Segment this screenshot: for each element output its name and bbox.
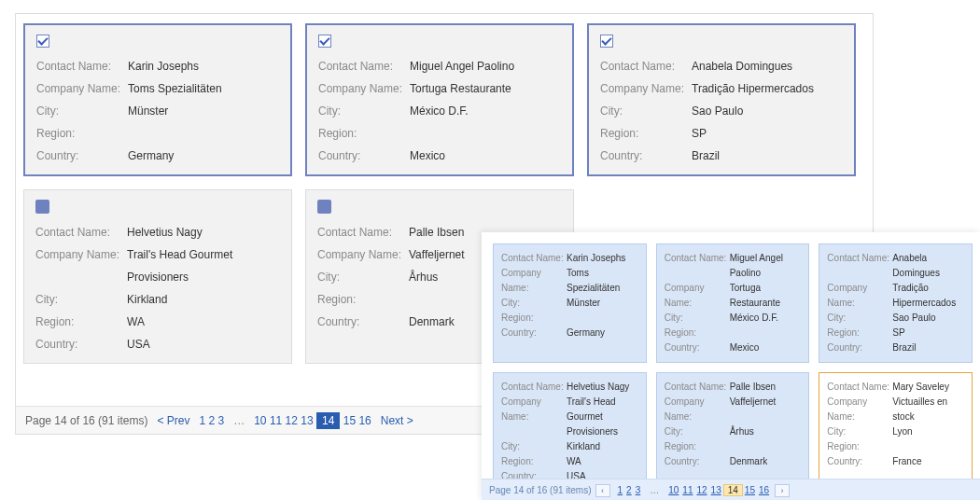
card-row: Contact Name:Helvetius NagyCompany Name:… [493,372,973,492]
field-row-region: Region: [665,326,802,340]
field-label: City: [501,296,567,311]
contact-card[interactable]: Contact Name:Anabela DominguesCompany Na… [819,243,973,363]
contact-card[interactable]: Contact Name:Helvetius NagyCompany Name:… [493,372,647,492]
field-label: Region: [317,288,409,311]
pager-page-15[interactable]: 15 [743,485,757,495]
field-value: Anabela Domingues [692,55,843,77]
field-label: Contact Name: [501,251,567,266]
pager-prev-icon[interactable]: ‹ [595,484,610,497]
field-label: Company Name: [600,77,692,100]
contact-card[interactable]: Contact Name:Miguel Angel PaolinoCompany… [656,243,810,363]
pager-ellipsis: … [648,485,661,495]
pager-page-14[interactable]: 14 [723,484,743,496]
field-label: Company Name: [665,395,730,424]
field-row-company: Company Name:Toms Spezialitäten [501,266,638,296]
field-label: Region: [827,326,892,340]
field-label: Contact Name: [36,55,128,77]
pager-prev[interactable]: < Prev [157,414,189,427]
field-value: WA [127,311,280,333]
field-row-company: Company Name:Toms Spezialitäten [36,77,279,100]
field-label: Contact Name: [665,251,730,266]
contact-card[interactable]: Contact Name:Helvetius NagyCompany Name:… [23,189,292,364]
cardview-panel-small: Contact Name:Karin JosephsCompany Name:T… [482,232,980,500]
pager-page-1[interactable]: 1 [199,414,205,427]
contact-card[interactable]: Contact Name:Mary SaveleyCompany Name:Vi… [819,372,973,492]
pager-page-10[interactable]: 10 [666,485,680,495]
field-row-contact: Contact Name:Karin Josephs [36,55,279,77]
card-checkbox[interactable] [35,200,49,214]
field-row-company: Company Name:Trail's Head Gourmet Provis… [501,395,638,439]
field-label: Region: [665,439,730,454]
cards-container: Contact Name:Karin JosephsCompany Name:T… [482,232,980,500]
pager-page-14[interactable]: 14 [316,412,340,429]
field-value: Tradição Hipermercados [692,77,843,100]
pager-page-12[interactable]: 12 [286,414,298,427]
field-label: Country: [600,145,692,167]
card-checkbox[interactable] [318,35,331,48]
field-value: Germany [567,326,638,340]
field-label: Country: [665,340,730,355]
pager-page-13[interactable]: 13 [709,485,723,495]
pager-next[interactable]: Next > [381,414,413,427]
field-label: Contact Name: [317,221,409,243]
field-label: Region: [318,122,410,145]
field-value: Münster [128,100,279,122]
contact-card[interactable]: Contact Name:Miguel Angel PaolinoCompany… [305,23,574,176]
pager-page-3[interactable]: 3 [218,414,225,427]
field-row-country: Country:France [827,454,964,469]
field-value: Mexico [410,145,561,167]
field-label: Contact Name: [665,380,730,395]
pager-next-icon[interactable]: › [775,484,790,497]
field-value: Mexico [730,340,802,355]
pager-bar: Page 14 of 16 (91 items) ‹ 123 … 1011121… [482,479,980,500]
card-checkbox[interactable] [600,35,613,48]
field-value: Kirkland [567,439,638,454]
field-label: Region: [600,122,692,145]
pager-page-1[interactable]: 1 [616,485,625,495]
field-label: Country: [665,454,730,469]
field-row-region: Region: [318,122,561,145]
pager-page-16[interactable]: 16 [358,414,371,427]
field-label: Company Name: [36,77,128,100]
field-label: Region: [35,311,127,333]
field-value: Lyon [892,424,964,439]
field-label: City: [317,266,409,288]
field-row-country: Country:Germany [501,326,638,340]
field-value: Mary Saveley [892,380,964,395]
field-label: Contact Name: [501,380,567,395]
pager-page-13[interactable]: 13 [301,414,313,427]
field-row-contact: Contact Name:Miguel Angel Paolino [665,251,802,281]
field-value: Toms Spezialitäten [567,266,638,296]
contact-card[interactable]: Contact Name:Karin JosephsCompany Name:T… [23,23,292,176]
pager-page-2[interactable]: 2 [624,485,634,495]
field-value: Denmark [730,454,802,469]
field-value: Brazil [892,340,964,355]
pager-page-3[interactable]: 3 [634,485,643,495]
card-checkbox[interactable] [36,35,49,48]
pager-page-11[interactable]: 11 [680,485,694,495]
field-row-region: Region:SP [600,122,843,145]
contact-card[interactable]: Contact Name:Karin JosephsCompany Name:T… [493,243,647,363]
contact-card[interactable]: Contact Name:Anabela DominguesCompany Na… [587,23,856,176]
card-checkbox[interactable] [317,200,331,214]
pager-page-16[interactable]: 16 [757,485,771,495]
pager-page-10[interactable]: 10 [254,414,266,427]
field-value: México D.F. [410,100,561,122]
field-row-contact: Contact Name:Anabela Domingues [600,55,843,77]
field-value: USA [127,333,280,355]
field-row-city: City:Sao Paulo [827,311,964,326]
pager-page-11[interactable]: 11 [270,414,282,427]
field-row-country: Country:Mexico [318,145,561,167]
field-row-region: Region: [665,439,802,454]
field-row-company: Company Name:Tradição Hipermercados [827,281,964,311]
field-row-city: City:Münster [501,296,638,311]
field-label: Company Name: [35,243,127,266]
field-value: Toms Spezialitäten [128,77,279,100]
pager-page-12[interactable]: 12 [694,485,708,495]
field-row-contact: Contact Name:Anabela Domingues [827,251,964,281]
pager-page-2[interactable]: 2 [208,414,215,427]
contact-card[interactable]: Contact Name:Palle IbsenCompany Name:Vaf… [656,372,810,492]
pager-page-15[interactable]: 15 [343,414,356,427]
field-label: Region: [36,122,128,145]
field-row-contact: Contact Name:Helvetius Nagy [35,221,280,243]
